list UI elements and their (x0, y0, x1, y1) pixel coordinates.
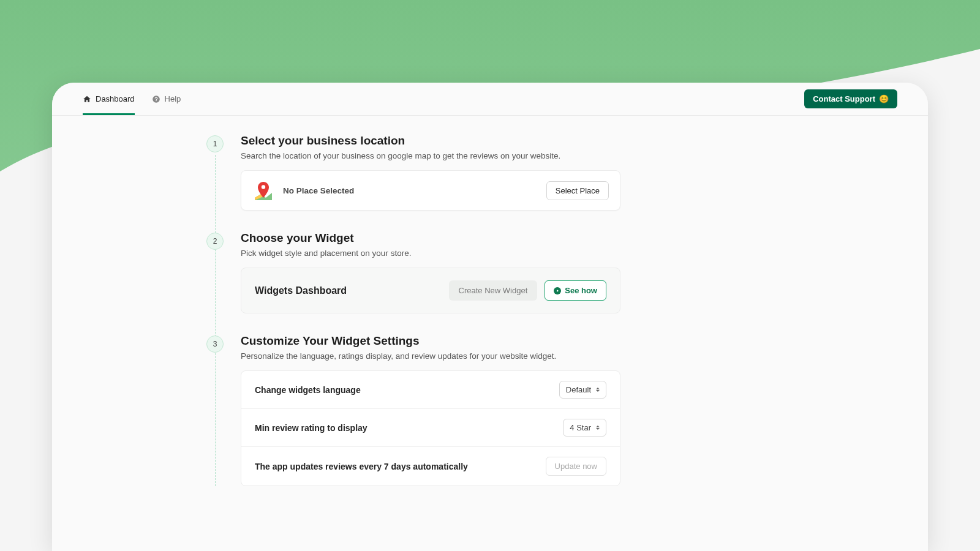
tab-help[interactable]: Help (152, 83, 181, 115)
step-location: 1 Select your business location Search t… (241, 134, 897, 211)
timeline-line (215, 155, 216, 486)
language-select[interactable]: Default (559, 381, 606, 399)
help-icon (152, 95, 160, 103)
steps-container: 1 Select your business location Search t… (241, 134, 897, 486)
rating-select-value: 4 Star (570, 423, 591, 432)
rating-select[interactable]: 4 Star (563, 419, 606, 437)
step-2-desc: Pick widget style and placement on your … (241, 249, 897, 258)
contact-support-button[interactable]: Contact Support 😊 (804, 89, 897, 108)
contact-support-label: Contact Support (813, 94, 875, 103)
see-how-label: See how (565, 286, 597, 295)
step-customize: 3 Customize Your Widget Settings Persona… (241, 334, 897, 486)
language-label: Change widgets language (255, 385, 361, 395)
rating-label: Min review rating to display (255, 423, 368, 433)
header-bar: Dashboard Help Contact Support 😊 (52, 83, 928, 116)
select-caret-icon (596, 388, 600, 392)
settings-row-language: Change widgets language Default (241, 371, 620, 409)
tab-dashboard-label: Dashboard (96, 94, 135, 103)
update-now-button[interactable]: Update now (546, 457, 606, 476)
settings-row-update: The app updates reviews every 7 days aut… (241, 447, 620, 485)
update-label: The app updates reviews every 7 days aut… (255, 462, 468, 471)
create-widget-button[interactable]: Create New Widget (449, 280, 538, 301)
step-3-title: Customize Your Widget Settings (241, 334, 897, 348)
map-pin-icon (252, 179, 274, 201)
main-content: 1 Select your business location Search t… (52, 116, 928, 551)
tabs: Dashboard Help (83, 83, 181, 115)
settings-card: Change widgets language Default Min revi… (241, 370, 620, 486)
step-widget: 2 Choose your Widget Pick widget style a… (241, 231, 897, 313)
step-3-desc: Personalize the language, ratings displa… (241, 351, 897, 361)
location-status-text: No Place Selected (283, 186, 538, 195)
step-number-2: 2 (206, 233, 224, 250)
step-number-1: 1 (206, 135, 224, 152)
tab-help-label: Help (165, 94, 181, 103)
language-select-value: Default (566, 385, 591, 394)
app-frame: Dashboard Help Contact Support 😊 1 Selec… (52, 83, 928, 551)
widgets-card: Widgets Dashboard Create New Widget See … (241, 268, 620, 313)
location-card: No Place Selected Select Place (241, 170, 620, 211)
svg-point-1 (262, 185, 265, 189)
step-1-desc: Search the location of your business on … (241, 151, 897, 160)
widgets-dashboard-title: Widgets Dashboard (255, 285, 442, 296)
see-how-button[interactable]: See how (545, 280, 606, 301)
tab-dashboard[interactable]: Dashboard (83, 83, 135, 115)
widgets-head-row: Widgets Dashboard Create New Widget See … (255, 280, 606, 301)
home-icon (83, 95, 91, 103)
select-caret-icon (596, 425, 600, 430)
svg-point-0 (153, 96, 160, 103)
step-1-title: Select your business location (241, 134, 897, 148)
select-place-button[interactable]: Select Place (546, 181, 609, 200)
smile-emoji-icon: 😊 (879, 94, 889, 103)
play-icon (554, 287, 561, 294)
step-number-3: 3 (206, 335, 224, 353)
settings-row-rating: Min review rating to display 4 Star (241, 409, 620, 447)
step-2-title: Choose your Widget (241, 231, 897, 245)
